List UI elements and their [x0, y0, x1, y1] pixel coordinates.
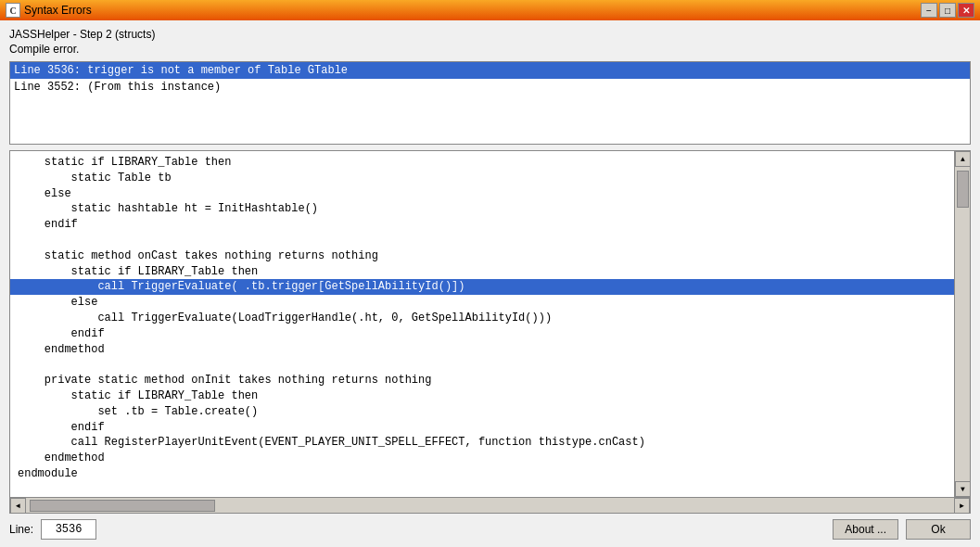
title-bar-icon: C — [6, 3, 20, 18]
error-item-0[interactable]: Line 3536: trigger is not a member of Ta… — [10, 62, 970, 79]
code-line: endif — [18, 217, 947, 233]
code-line — [18, 233, 947, 248]
code-line: set .tb = Table.create() — [18, 404, 947, 420]
title-bar-title: Syntax Errors — [24, 4, 917, 17]
code-line: else — [18, 186, 947, 202]
code-line: static if LIBRARY_Table then — [18, 155, 947, 171]
code-line: endif — [18, 420, 947, 436]
minimize-button[interactable]: − — [921, 3, 937, 18]
code-line: static Table tb — [18, 171, 947, 186]
code-line: static hashtable ht = InitHashtable() — [18, 201, 947, 217]
code-line: static method onCast takes nothing retur… — [18, 248, 947, 264]
code-line: call TriggerEvaluate(LoadTriggerHandle(.… — [18, 311, 947, 326]
code-line: private static method onInit takes nothi… — [18, 373, 947, 388]
main-content: JASSHelper - Step 2 (structs) Compile er… — [0, 20, 980, 547]
code-line: else — [18, 295, 947, 311]
scroll-right-button[interactable]: ► — [954, 498, 970, 514]
code-line: endmethod — [18, 451, 947, 466]
horizontal-scrollbar[interactable]: ◄ ► — [10, 497, 970, 513]
compile-error-label: Compile error. — [9, 43, 971, 56]
code-line: static if LIBRARY_Table then — [18, 388, 947, 404]
code-line — [18, 357, 947, 373]
scroll-left-button[interactable]: ◄ — [10, 498, 26, 514]
title-bar-controls: − □ ✕ — [921, 3, 974, 18]
title-bar: C Syntax Errors − □ ✕ — [0, 0, 980, 20]
code-line — [18, 482, 947, 497]
line-label: Line: — [9, 523, 33, 536]
code-area: ▲ ▼ static if LIBRARY_Table then static … — [9, 150, 971, 514]
close-button[interactable]: ✕ — [958, 3, 974, 18]
scroll-track-horizontal[interactable] — [26, 498, 954, 513]
code-line: endmethod — [18, 342, 947, 358]
code-line: call TriggerEvaluate( .tb.trigger[GetSpe… — [10, 279, 954, 295]
code-line: endif — [18, 326, 947, 342]
code-scroll-container[interactable]: static if LIBRARY_Table then static Tabl… — [10, 151, 970, 497]
scroll-thumb-horizontal[interactable] — [30, 500, 215, 512]
maximize-button[interactable]: □ — [939, 3, 956, 18]
code-line: call RegisterPlayerUnitEvent(EVENT_PLAYE… — [18, 435, 947, 451]
code-line: static if LIBRARY_Table then — [18, 264, 947, 280]
line-input[interactable] — [41, 519, 96, 540]
code-content: static if LIBRARY_Table then static Tabl… — [10, 151, 954, 497]
error-item-1[interactable]: Line 3552: (From this instance) — [10, 79, 970, 95]
ok-button[interactable]: Ok — [906, 519, 971, 540]
error-list[interactable]: Line 3536: trigger is not a member of Ta… — [9, 61, 971, 145]
bottom-bar: Line: About ... Ok — [9, 519, 971, 540]
about-button[interactable]: About ... — [833, 519, 898, 540]
app-title: JASSHelper - Step 2 (structs) — [9, 28, 971, 41]
code-line: endmodule — [18, 466, 947, 482]
